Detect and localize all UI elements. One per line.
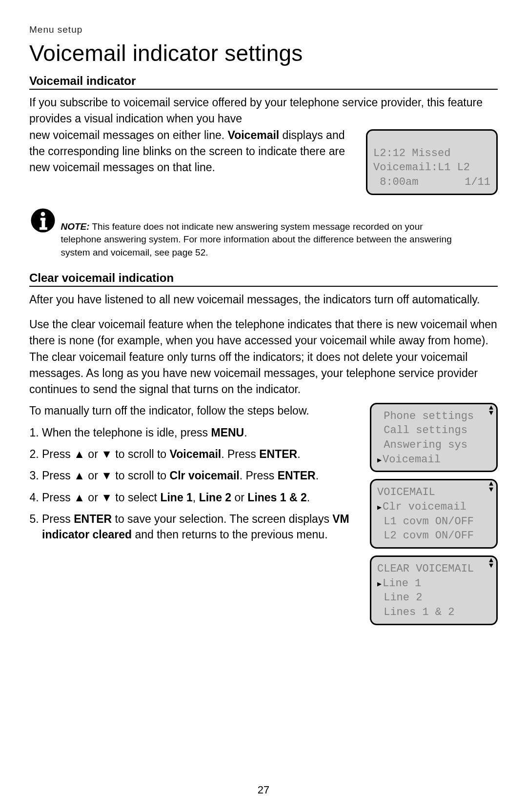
intro-paragraph: If you subscribe to voicemail service of…: [29, 95, 498, 127]
svg-rect-3: [41, 218, 45, 228]
lcd-clear-l3: Line 2: [377, 591, 490, 605]
step-5: Press ENTER to save your selection. The …: [42, 511, 363, 542]
svg-point-1: [41, 212, 45, 216]
lcd-main-menu: ▲▼ Phone settings Call settings Answerin…: [370, 403, 498, 473]
arrow-down-icon: ▼: [101, 468, 112, 483]
lcd-idle-screen: L2:12 Missed Voicemail:L1 L2 8:00am 1/11: [366, 129, 498, 195]
intro-line1: If you subscribe to voicemail service of…: [29, 96, 483, 125]
step-1: When the telephone is idle, press MENU.: [42, 425, 363, 440]
lcd-idle-line3: 8:00am 1/11: [373, 175, 490, 190]
scroll-arrows-icon: ▲▼: [489, 558, 493, 569]
clear-p1: After you have listened to all new voice…: [29, 292, 498, 308]
lcd-menu-l3: Answering sys: [377, 438, 490, 453]
step-3: Press ▲ or ▼ to scroll to Clr voicemail.…: [42, 468, 363, 483]
intro-tail1: new voicemail messages on either line.: [29, 129, 228, 141]
intro-paragraph-continued: new voicemail messages on either line. V…: [29, 127, 366, 176]
lcd-clear-l2-selected: Line 1: [377, 576, 490, 591]
clear-p2: Use the clear voicemail feature when the…: [29, 317, 498, 398]
lcd-clear-l1: CLEAR VOICEMAIL: [377, 562, 490, 576]
lcd-vm-l3: L1 covm ON/OFF: [377, 515, 490, 529]
arrow-down-icon: ▼: [101, 490, 112, 505]
lcd-vm-l2-selected: Clr voicemail: [377, 500, 490, 515]
page-number: 27: [0, 784, 527, 796]
lcd-idle-line2: Voicemail:L1 L2: [373, 160, 490, 175]
arrow-up-icon: ▲: [74, 468, 85, 483]
note-block: NOTE: This feature does not indicate new…: [29, 207, 498, 259]
clear-lead: To manually turn off the indicator, foll…: [29, 403, 363, 419]
info-icon: [29, 207, 59, 236]
lcd-clear-voicemail-menu: ▲▼ CLEAR VOICEMAIL Line 1 Line 2 Lines 1…: [370, 555, 498, 625]
lcd-idle-line1: L2:12 Missed: [373, 146, 490, 161]
page-title: Voicemail indicator settings: [29, 40, 498, 66]
lcd-menu-l2: Call settings: [377, 423, 490, 438]
note-label: NOTE:: [61, 221, 89, 232]
scroll-arrows-icon: ▲▼: [489, 405, 493, 416]
svg-rect-4: [40, 227, 47, 230]
note-text: NOTE: This feature does not indicate new…: [61, 207, 466, 259]
lcd-clear-l4: Lines 1 & 2: [377, 605, 490, 620]
scroll-arrows-icon: ▲▼: [489, 481, 493, 493]
arrow-up-icon: ▲: [74, 490, 85, 505]
lcd-menu-l1: Phone settings: [377, 409, 490, 424]
section-heading-voicemail-indicator: Voicemail indicator: [29, 74, 498, 90]
arrow-up-icon: ▲: [74, 446, 85, 462]
arrow-down-icon: ▼: [101, 446, 112, 462]
breadcrumb: Menu setup: [29, 24, 498, 35]
lcd-voicemail-menu: ▲▼ VOICEMAIL Clr voicemail L1 covm ON/OF…: [370, 479, 498, 549]
lcd-blank: [373, 136, 490, 146]
step-4: Press ▲ or ▼ to select Line 1, Line 2 or…: [42, 490, 363, 505]
step-2: Press ▲ or ▼ to scroll to Voicemail. Pre…: [42, 446, 363, 462]
lcd-idle-date: 1/11: [465, 175, 490, 190]
lcd-vm-l4: L2 covm ON/OFF: [377, 529, 490, 543]
steps-list: When the telephone is idle, press MENU. …: [29, 425, 363, 542]
section-heading-clear-voicemail: Clear voicemail indication: [29, 271, 498, 287]
lcd-menu-l4-selected: Voicemail: [377, 453, 490, 467]
note-body: This feature does not indicate new answe…: [61, 221, 451, 257]
lcd-vm-l1: VOICEMAIL: [377, 485, 490, 500]
intro-bold-voicemail: Voicemail: [228, 129, 280, 141]
lcd-idle-time: 8:00am: [373, 175, 418, 190]
